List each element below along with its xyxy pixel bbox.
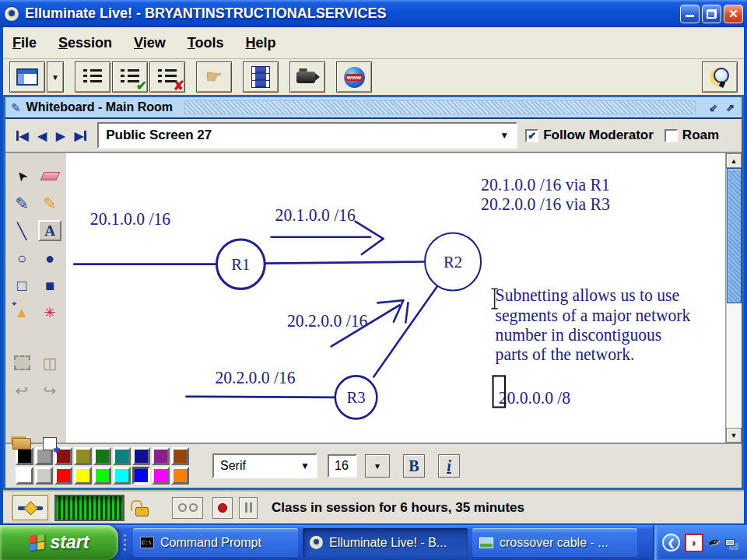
line-tool[interactable]: ╲ <box>10 220 33 241</box>
scroll-up-button[interactable]: ▲ <box>726 153 742 168</box>
recorder-button[interactable] <box>172 497 203 519</box>
screen-layout-dropdown-button[interactable]: ▼ <box>47 61 64 93</box>
tool-group: ◫↩↪ <box>10 352 61 401</box>
new-screen-button[interactable] <box>38 433 61 454</box>
taskbar-task-elluminate-live-b[interactable]: Elluminate Live! - B... <box>303 528 468 557</box>
poll-yes-button[interactable]: ✔ <box>112 61 148 93</box>
windows-flag-pane <box>30 543 37 551</box>
network-segment-line <box>265 262 425 264</box>
color-swatch-99440a[interactable] <box>171 447 189 465</box>
record-button[interactable] <box>212 497 233 519</box>
network-segment-line <box>374 285 437 376</box>
tray-collapse-button[interactable]: ❮ <box>662 534 680 551</box>
filled-ellipse-tool[interactable]: ● <box>38 247 61 268</box>
menu-tools[interactable]: Tools <box>188 35 224 51</box>
hand-raise-button[interactable]: ☛ <box>196 61 232 93</box>
color-swatch-0000ff[interactable] <box>132 467 150 485</box>
web-tour-button[interactable]: www <box>336 61 372 93</box>
follow-moderator-checkbox[interactable]: ✔ <box>525 129 538 142</box>
start-button[interactable]: start <box>0 525 118 560</box>
roam-checkbox[interactable] <box>665 129 678 142</box>
color-swatch-0f8080[interactable] <box>113 447 131 465</box>
menu-help[interactable]: Help <box>245 35 275 51</box>
close-button[interactable]: ✕ <box>724 5 743 23</box>
pointer-tool[interactable]: ➤ <box>10 166 33 187</box>
font-family-dropdown[interactable]: Serif ▼ <box>212 453 317 478</box>
menu-file[interactable]: File <box>12 35 37 51</box>
font-size-field[interactable]: 16 <box>328 454 357 478</box>
previous-screen-button[interactable]: ◀ <box>33 130 52 142</box>
color-swatch-101090[interactable] <box>132 447 150 465</box>
minimize-button[interactable] <box>680 5 700 23</box>
color-swatch-00ffff[interactable] <box>113 467 131 485</box>
clipart-icon: ▲ <box>15 305 30 320</box>
eraser-tool[interactable] <box>38 166 61 187</box>
chevron-down-icon: ▼ <box>300 460 310 471</box>
follow-moderator-label: Follow Moderator <box>543 128 654 143</box>
pause-button[interactable] <box>239 497 258 519</box>
multimedia-icon <box>252 67 269 87</box>
tool-group: ➤✎✎╲A○●□■▲✳ <box>10 166 61 323</box>
italic-button[interactable]: i <box>438 454 460 478</box>
taskbar-task-crossover-cable[interactable]: crossover cable - ... <box>472 528 637 557</box>
talk-button[interactable] <box>12 495 48 520</box>
screen-selector-dropdown[interactable]: Public Screen 27 ▼ <box>97 122 517 149</box>
pen-tool[interactable]: ✎ <box>10 193 33 214</box>
vertical-scrollbar: ▲ ▼ <box>725 153 742 443</box>
laser-pointer-tool[interactable]: ✳ <box>38 302 61 323</box>
color-swatch-00ff00[interactable] <box>93 467 111 485</box>
color-swatch-cccccc[interactable] <box>35 467 53 485</box>
panel-restore-icon[interactable]: ⇙ <box>707 103 719 113</box>
poll-menu-button[interactable] <box>75 61 110 93</box>
router-label-r1: R1 <box>231 255 250 274</box>
tray-pen-icon[interactable]: ✒ <box>706 532 724 553</box>
color-swatch-8f8f1f[interactable] <box>74 447 92 465</box>
panel-maximize-icon[interactable]: ⇗ <box>724 103 736 113</box>
talk-icon <box>18 502 43 513</box>
clipart-tool[interactable]: ▲ <box>10 302 33 323</box>
first-screen-icon: ◀ <box>19 130 29 142</box>
text-tool[interactable]: A <box>38 220 61 241</box>
help-lightbulb-button[interactable] <box>702 61 738 93</box>
menu-view[interactable]: View <box>134 35 166 51</box>
bring-forward-tool: ↪ <box>38 380 61 401</box>
bring-forward-icon: ↪ <box>44 383 57 398</box>
font-size-dropdown-button[interactable]: ▼ <box>365 454 390 478</box>
highlighter-tool[interactable]: ✎ <box>38 193 61 214</box>
color-swatch-8b1f8b[interactable] <box>152 447 170 465</box>
color-swatch-ffffff[interactable] <box>16 467 33 485</box>
multimedia-button[interactable] <box>243 61 279 93</box>
whiteboard-screen-button[interactable] <box>9 61 45 93</box>
laser-pointer-icon: ✳ <box>44 306 55 320</box>
color-swatch-ffff00[interactable] <box>74 467 92 485</box>
scrollbar-track[interactable] <box>726 168 742 428</box>
filled-rectangle-tool[interactable]: ■ <box>38 275 61 296</box>
poll-no-button[interactable]: ✘ <box>149 61 185 93</box>
status-bar: Class in session for 6 hours, 35 minutes <box>3 490 744 523</box>
color-swatch-ff0000[interactable] <box>54 467 72 485</box>
ellipse-tool[interactable]: ○ <box>10 247 33 268</box>
bold-button[interactable]: B <box>403 454 425 478</box>
next-screen-button[interactable]: ▶ <box>51 130 70 142</box>
color-swatch-ff8000[interactable] <box>171 467 189 485</box>
start-label: start <box>51 532 89 553</box>
tray-app-red-icon[interactable]: ◗ <box>685 534 703 552</box>
video-camera-button[interactable] <box>289 61 325 93</box>
scrollbar-thumb[interactable] <box>727 168 742 303</box>
restore-button[interactable] <box>702 5 721 23</box>
windows-flag-pane <box>37 534 44 542</box>
load-screen-button[interactable] <box>10 433 33 454</box>
color-swatch-157815[interactable] <box>93 447 111 465</box>
menu-session[interactable]: Session <box>58 35 112 51</box>
scroll-down-button[interactable]: ▼ <box>726 428 742 443</box>
rectangle-tool[interactable]: □ <box>10 275 33 296</box>
whiteboard-canvas[interactable]: R1R2R320.1.0.0 /1620.1.0.0 /1620.1.0.0 /… <box>66 153 725 443</box>
taskbar-task-command-prompt[interactable]: C:\Command Prompt <box>133 528 298 557</box>
first-screen-button[interactable]: ◀ <box>12 130 33 142</box>
color-swatch-ff00ff[interactable] <box>152 467 170 485</box>
last-screen-button[interactable]: ▶ <box>70 130 92 142</box>
tray-network-icon[interactable] <box>725 539 735 546</box>
header-texture <box>184 100 696 114</box>
windows-taskbar: start C:\Command PromptElluminate Live! … <box>0 525 747 560</box>
filled-rectangle-icon: ■ <box>45 278 54 293</box>
